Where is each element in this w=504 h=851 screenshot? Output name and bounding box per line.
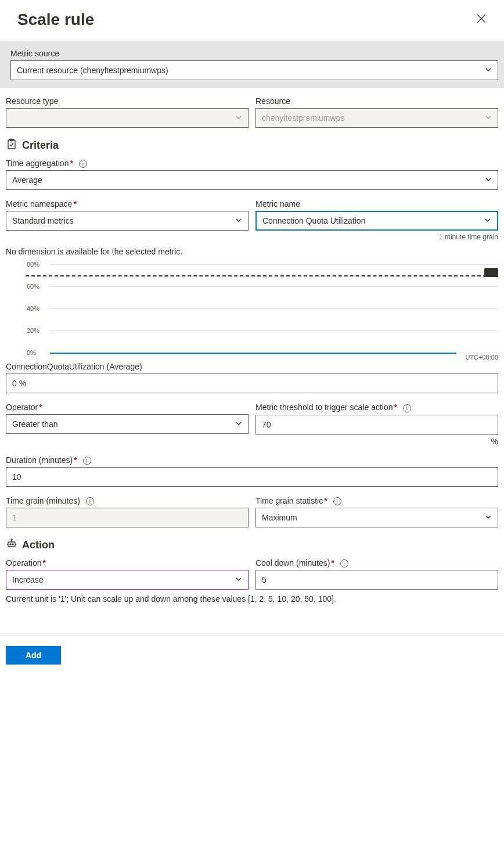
chart-data-line bbox=[50, 353, 456, 354]
resource-select: chenyltestpremiumwps bbox=[255, 108, 498, 128]
resource-type-select bbox=[6, 108, 249, 128]
metric-name-label: Metric name bbox=[255, 199, 498, 209]
cooldown-label: Cool down (minutes)* i bbox=[255, 558, 498, 568]
chevron-down-icon bbox=[235, 575, 242, 584]
chart-timezone: UTC+08:00 bbox=[465, 354, 498, 361]
threshold-label: Metric threshold to trigger scale action… bbox=[255, 403, 498, 412]
svg-point-8 bbox=[11, 539, 12, 540]
criteria-heading: Criteria bbox=[22, 139, 59, 152]
metric-name-value: Connection Quota Utilization bbox=[262, 216, 365, 225]
info-icon[interactable]: i bbox=[403, 404, 411, 412]
chart-y-tick: 40% bbox=[27, 305, 39, 312]
chevron-down-icon bbox=[484, 216, 491, 225]
threshold-input[interactable]: 70 bbox=[255, 415, 498, 435]
close-button[interactable] bbox=[476, 13, 487, 27]
chevron-down-icon bbox=[235, 419, 242, 429]
duration-label: Duration (minutes)* i bbox=[6, 455, 498, 465]
chart-threshold-handle[interactable] bbox=[484, 268, 498, 277]
svg-point-6 bbox=[12, 544, 13, 545]
clipboard-check-icon bbox=[6, 138, 17, 153]
svg-rect-2 bbox=[8, 140, 15, 149]
time-grain-label: Time grain (minutes) i bbox=[6, 496, 249, 505]
metric-source-label: Metric source bbox=[10, 49, 498, 58]
info-icon[interactable]: i bbox=[333, 497, 341, 505]
info-icon[interactable]: i bbox=[86, 497, 94, 505]
duration-value: 10 bbox=[12, 472, 21, 482]
metric-grain-note: 1 minute time grain bbox=[255, 233, 498, 241]
page-title: Scale rule bbox=[17, 10, 94, 29]
time-aggregation-value: Average bbox=[12, 175, 42, 185]
info-icon[interactable]: i bbox=[79, 160, 87, 168]
duration-input[interactable]: 10 bbox=[6, 467, 498, 487]
time-grain-stat-value: Maximum bbox=[262, 513, 297, 522]
time-grain-value: 1 bbox=[12, 513, 17, 522]
metric-namespace-value: Standard metrics bbox=[12, 216, 74, 225]
operator-select[interactable]: Greater than bbox=[6, 414, 249, 434]
time-grain-stat-label: Time grain statistic* i bbox=[255, 496, 498, 505]
chevron-down-icon bbox=[235, 216, 242, 225]
chart-y-tick: 80% bbox=[27, 261, 39, 268]
operation-label: Operation* bbox=[6, 558, 249, 568]
operator-label: Operator* bbox=[6, 403, 249, 412]
metric-name-select[interactable]: Connection Quota Utilization bbox=[255, 211, 498, 231]
operator-value: Greater than bbox=[12, 419, 58, 429]
resource-value: chenyltestpremiumwps bbox=[262, 113, 344, 123]
metric-namespace-label: Metric namespace* bbox=[6, 199, 249, 209]
add-button[interactable]: Add bbox=[6, 646, 61, 665]
metric-source-select[interactable]: Current resource (chenyltestpremiumwps) bbox=[10, 60, 498, 80]
time-grain-input: 1 bbox=[6, 508, 249, 527]
svg-rect-4 bbox=[8, 542, 15, 547]
resource-label: Resource bbox=[255, 96, 498, 106]
metric-namespace-select[interactable]: Standard metrics bbox=[6, 211, 249, 231]
chart-y-tick: 20% bbox=[27, 327, 39, 334]
info-icon[interactable]: i bbox=[340, 559, 348, 568]
chart-y-tick: 60% bbox=[27, 283, 39, 290]
info-icon[interactable]: i bbox=[83, 457, 91, 465]
time-grain-stat-select[interactable]: Maximum bbox=[255, 508, 498, 527]
operation-select[interactable]: Increase bbox=[6, 570, 249, 590]
chart-y-tick: 0% bbox=[27, 349, 36, 356]
time-aggregation-select[interactable]: Average bbox=[6, 170, 498, 190]
chevron-down-icon bbox=[485, 175, 492, 185]
no-dimension-text: No dimension is available for the select… bbox=[6, 247, 498, 256]
metric-chart: 80% 60% 40% 20% 0% UTC+08:00 bbox=[6, 261, 498, 360]
action-heading: Action bbox=[22, 539, 55, 551]
scale-hint: Current unit is '1'; Unit can scale up a… bbox=[6, 594, 498, 604]
threshold-unit: % bbox=[255, 437, 498, 446]
operation-value: Increase bbox=[12, 575, 44, 584]
chevron-down-icon bbox=[485, 66, 492, 75]
robot-icon bbox=[6, 538, 17, 552]
chevron-down-icon bbox=[235, 113, 242, 123]
cooldown-value: 5 bbox=[262, 575, 267, 584]
chevron-down-icon bbox=[485, 113, 492, 123]
threshold-value: 70 bbox=[262, 420, 271, 429]
connection-quota-label: ConnectionQuotaUtilization (Average) bbox=[6, 362, 498, 371]
chevron-down-icon bbox=[485, 513, 492, 522]
connection-quota-value-box: 0 % bbox=[6, 374, 498, 393]
svg-point-5 bbox=[10, 544, 11, 545]
chart-threshold-line bbox=[26, 275, 498, 277]
metric-source-value: Current resource (chenyltestpremiumwps) bbox=[17, 66, 168, 75]
time-aggregation-label: Time aggregation* i bbox=[6, 159, 498, 168]
connection-quota-value: 0 % bbox=[12, 379, 26, 388]
resource-type-label: Resource type bbox=[6, 96, 249, 106]
cooldown-input[interactable]: 5 bbox=[255, 570, 498, 590]
